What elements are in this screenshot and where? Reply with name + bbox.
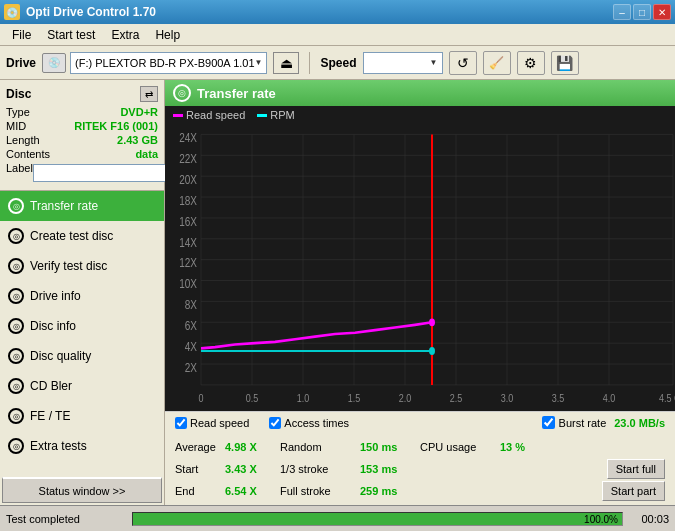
menu-extra[interactable]: Extra bbox=[103, 26, 147, 44]
start-full-button[interactable]: Start full bbox=[607, 459, 665, 479]
sidebar-item-create-test-disc[interactable]: ◎ Create test disc bbox=[0, 221, 164, 251]
read-speed-checkbox-label: Read speed bbox=[190, 417, 249, 429]
svg-text:16X: 16X bbox=[179, 213, 197, 228]
chart-title: Transfer rate bbox=[197, 86, 276, 101]
close-button[interactable]: ✕ bbox=[653, 4, 671, 20]
burst-rate-value: 23.0 MB/s bbox=[614, 417, 665, 429]
svg-text:6X: 6X bbox=[185, 318, 197, 333]
access-times-checkbox-item: Access times bbox=[269, 417, 349, 429]
svg-text:1.5: 1.5 bbox=[348, 392, 361, 404]
sidebar-item-drive-info[interactable]: ◎ Drive info bbox=[0, 281, 164, 311]
menu-help[interactable]: Help bbox=[147, 26, 188, 44]
title-bar: 💿 Opti Drive Control 1.70 – □ ✕ bbox=[0, 0, 675, 24]
svg-text:3.0: 3.0 bbox=[501, 392, 514, 404]
extra-tests-icon: ◎ bbox=[8, 438, 24, 454]
sidebar-item-cd-bler[interactable]: ◎ CD Bler bbox=[0, 371, 164, 401]
svg-text:20X: 20X bbox=[179, 172, 197, 187]
time-text: 00:03 bbox=[629, 513, 669, 525]
disc-contents-value: data bbox=[135, 148, 158, 160]
sidebar-item-label-transfer-rate: Transfer rate bbox=[30, 199, 98, 213]
status-text: Test completed bbox=[6, 513, 126, 525]
stats-row-2: Start 3.43 X 1/3 stroke 153 ms Start ful… bbox=[175, 459, 665, 479]
disc-label-input[interactable] bbox=[33, 164, 177, 182]
disc-mid-label: MID bbox=[6, 120, 26, 132]
svg-text:14X: 14X bbox=[179, 234, 197, 249]
access-times-checkbox[interactable] bbox=[269, 417, 281, 429]
legend-read-speed: Read speed bbox=[173, 109, 245, 121]
status-window-label: Status window >> bbox=[39, 485, 126, 497]
title-bar-controls: – □ ✕ bbox=[613, 4, 671, 20]
chart-svg: 24X 22X 20X 18X 16X 14X 12X 10X 8X 6X 4X… bbox=[165, 124, 675, 411]
rpm-legend-dot bbox=[257, 114, 267, 117]
legend-rpm: RPM bbox=[257, 109, 294, 121]
settings-button[interactable]: ⚙ bbox=[517, 51, 545, 75]
burst-rate-label: Burst rate bbox=[559, 417, 607, 429]
start-value: 3.43 X bbox=[225, 463, 280, 475]
disc-type-value: DVD+R bbox=[120, 106, 158, 118]
minimize-button[interactable]: – bbox=[613, 4, 631, 20]
disc-panel: Disc ⇄ Type DVD+R MID RITEK F16 (001) Le… bbox=[0, 80, 164, 191]
verify-test-disc-icon: ◎ bbox=[8, 258, 24, 274]
menu-start-test[interactable]: Start test bbox=[39, 26, 103, 44]
svg-text:2.5: 2.5 bbox=[450, 392, 463, 404]
read-speed-checkbox[interactable] bbox=[175, 417, 187, 429]
sidebar-item-label-drive-info: Drive info bbox=[30, 289, 81, 303]
random-value: 150 ms bbox=[360, 441, 420, 453]
status-window-button[interactable]: Status window >> bbox=[2, 477, 162, 503]
progress-bar-fill bbox=[133, 513, 622, 525]
drive-select-arrow: ▼ bbox=[255, 58, 263, 67]
sidebar-item-disc-quality[interactable]: ◎ Disc quality bbox=[0, 341, 164, 371]
drive-label: Drive bbox=[6, 56, 36, 70]
sidebar-item-transfer-rate[interactable]: ◎ Transfer rate bbox=[0, 191, 164, 221]
read-speed-legend-dot bbox=[173, 114, 183, 117]
sidebar: Disc ⇄ Type DVD+R MID RITEK F16 (001) Le… bbox=[0, 80, 165, 505]
disc-swap-button[interactable]: ⇄ bbox=[140, 86, 158, 102]
clear-button[interactable]: 🧹 bbox=[483, 51, 511, 75]
cd-bler-icon: ◎ bbox=[8, 378, 24, 394]
svg-rect-0 bbox=[165, 124, 675, 411]
sidebar-item-extra-tests[interactable]: ◎ Extra tests bbox=[0, 431, 164, 461]
sidebar-item-verify-test-disc[interactable]: ◎ Verify test disc bbox=[0, 251, 164, 281]
eject-button[interactable]: ⏏ bbox=[273, 52, 299, 74]
svg-text:18X: 18X bbox=[179, 193, 197, 208]
save-button[interactable]: 💾 bbox=[551, 51, 579, 75]
full-stroke-value: 259 ms bbox=[360, 485, 420, 497]
random-label: Random bbox=[280, 441, 360, 453]
svg-text:22X: 22X bbox=[179, 151, 197, 166]
right-panel: ◎ Transfer rate Read speed RPM 24X bbox=[165, 80, 675, 505]
title-bar-left: 💿 Opti Drive Control 1.70 bbox=[4, 4, 156, 20]
create-test-disc-icon: ◎ bbox=[8, 228, 24, 244]
sidebar-item-fe-te[interactable]: ◎ FE / TE bbox=[0, 401, 164, 431]
menu-bar: File Start test Extra Help bbox=[0, 24, 675, 46]
svg-point-47 bbox=[429, 318, 435, 326]
start-part-button[interactable]: Start part bbox=[602, 481, 665, 501]
burst-rate-checkbox[interactable] bbox=[542, 416, 555, 429]
rpm-legend-label: RPM bbox=[270, 109, 294, 121]
main-content: Disc ⇄ Type DVD+R MID RITEK F16 (001) Le… bbox=[0, 80, 675, 505]
maximize-button[interactable]: □ bbox=[633, 4, 651, 20]
svg-text:10X: 10X bbox=[179, 276, 197, 291]
read-speed-checkbox-item: Read speed bbox=[175, 417, 249, 429]
disc-title: Disc bbox=[6, 87, 31, 101]
stats-area: Average 4.98 X Random 150 ms CPU usage 1… bbox=[165, 433, 675, 505]
sidebar-item-disc-info[interactable]: ◎ Disc info bbox=[0, 311, 164, 341]
nav-items: ◎ Transfer rate ◎ Create test disc ◎ Ver… bbox=[0, 191, 164, 475]
chart-header-icon: ◎ bbox=[173, 84, 191, 102]
end-label: End bbox=[175, 485, 225, 497]
app-icon: 💿 bbox=[4, 4, 20, 20]
disc-info-icon: ◎ bbox=[8, 318, 24, 334]
toolbar-separator bbox=[309, 52, 310, 74]
svg-text:4.0: 4.0 bbox=[603, 392, 616, 404]
menu-file[interactable]: File bbox=[4, 26, 39, 44]
drive-select-box[interactable]: (F:) PLEXTOR BD-R PX-B900A 1.01 ▼ bbox=[70, 52, 267, 74]
average-value: 4.98 X bbox=[225, 441, 280, 453]
refresh-button[interactable]: ↺ bbox=[449, 51, 477, 75]
disc-header: Disc ⇄ bbox=[6, 86, 158, 102]
average-label: Average bbox=[175, 441, 225, 453]
disc-contents-label: Contents bbox=[6, 148, 50, 160]
end-value: 6.54 X bbox=[225, 485, 280, 497]
speed-select-box[interactable]: ▼ bbox=[363, 52, 443, 74]
drive-info-icon: ◎ bbox=[8, 288, 24, 304]
sidebar-item-label-verify-test-disc: Verify test disc bbox=[30, 259, 107, 273]
transfer-rate-icon: ◎ bbox=[8, 198, 24, 214]
